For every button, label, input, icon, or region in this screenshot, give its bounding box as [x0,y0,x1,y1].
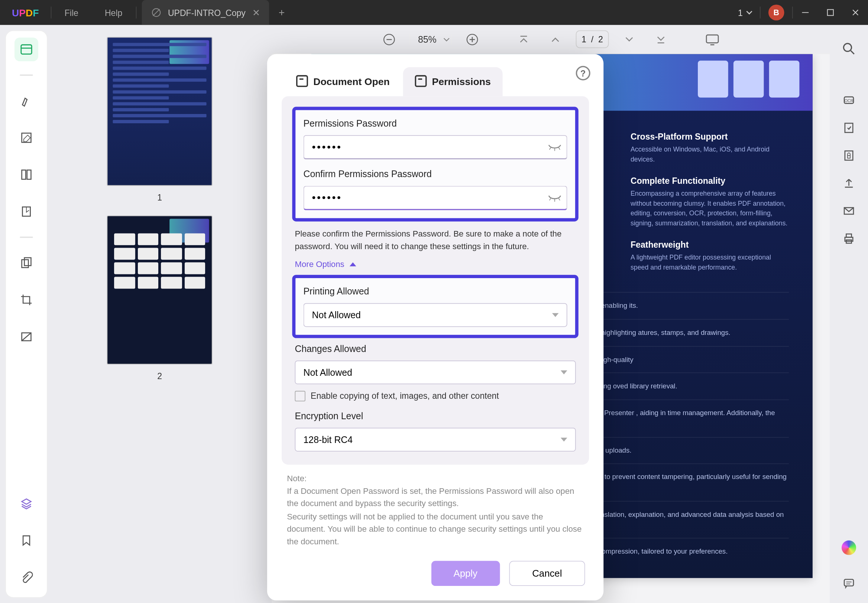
svg-rect-8 [27,170,31,179]
tab-label: Permissions [432,76,490,87]
feature-desc: Accessible on Windows, Mac, iOS, and And… [631,144,789,164]
svg-rect-3 [828,10,834,15]
document-icon [296,75,308,87]
printing-allowed-select[interactable]: Not Allowed [304,303,567,327]
svg-point-21 [843,43,851,51]
menu-help[interactable]: Help [91,8,135,17]
document-tab[interactable]: UPDF-INTRO_Copy ✕ [141,0,270,25]
convert-button[interactable] [837,116,861,140]
svg-text:OCR: OCR [845,98,854,103]
titlebar-separator [760,7,761,19]
field-label: Printing Allowed [304,286,567,296]
comment-tool-button[interactable] [14,89,38,113]
svg-line-38 [550,198,551,200]
thumbnails-panel: 1 2 [48,25,272,603]
tab-close-icon[interactable]: ✕ [252,8,260,18]
search-button[interactable] [837,37,861,60]
user-avatar[interactable]: B [769,5,784,20]
svg-rect-32 [844,579,854,586]
field-label: Confirm Permissions Password [304,169,567,179]
permissions-icon [415,75,426,87]
attachments-button[interactable] [14,566,38,589]
menu-file[interactable]: File [51,8,91,17]
zoom-input[interactable] [411,34,443,44]
tab-count-value: 1 [738,8,743,17]
thumbnail-2[interactable]: 2 [60,215,259,381]
share-button[interactable] [837,172,861,195]
ai-button[interactable] [837,536,861,560]
viewer-toolbar: 1 / 2 [271,25,830,54]
print-button[interactable] [837,227,861,250]
encryption-level-select[interactable]: 128-bit RC4 [294,427,575,451]
svg-rect-4 [21,45,32,54]
feature-title: Complete Functionality [631,176,789,186]
svg-line-1 [153,9,160,16]
close-button[interactable] [843,0,868,25]
changes-allowed-select[interactable]: Not Allowed [294,360,575,384]
caret-up-icon [350,262,356,266]
bookmarks-button[interactable] [14,529,38,552]
more-options-toggle[interactable]: More Options [294,259,356,269]
protect-button[interactable] [837,144,861,167]
right-rail: OCR [830,25,868,603]
fill-sign-button[interactable] [14,200,38,224]
svg-rect-10 [22,260,29,267]
tab-count[interactable]: 1 [731,8,760,17]
svg-rect-11 [25,258,31,266]
tab-document-open[interactable]: Document Open [284,67,401,96]
zoom-in-button[interactable] [461,28,483,50]
confirm-password-input[interactable] [304,186,567,210]
thumbnail-image [107,37,212,186]
svg-line-40 [558,198,560,200]
layers-button[interactable] [14,492,38,515]
present-button[interactable] [701,28,724,50]
chevron-down-icon[interactable] [443,36,450,43]
svg-line-22 [851,51,854,54]
svg-rect-30 [846,234,851,237]
note-body: If a Document Open Password is set, the … [287,485,584,549]
last-page-button[interactable] [650,28,672,50]
maximize-button[interactable] [818,0,843,25]
zoom-out-button[interactable] [378,28,400,50]
svg-rect-7 [22,170,26,179]
organize-pages-button[interactable] [14,251,38,275]
edit-tool-button[interactable] [14,126,38,150]
ocr-button[interactable]: OCR [837,88,861,112]
svg-rect-25 [845,123,853,133]
apply-button[interactable]: Apply [431,561,500,586]
dialog-help-button[interactable]: ? [576,66,591,80]
password-hint: Please confirm the Permissions Password.… [294,228,575,253]
feature-title: Featherweight [631,240,789,250]
next-page-button[interactable] [618,28,640,50]
chevron-down-icon [746,9,753,16]
prev-page-button[interactable] [544,28,566,50]
dialog-note: Note: If a Document Open Password is set… [267,464,603,549]
thumbnail-1[interactable]: 1 [60,37,259,203]
reveal-password-icon[interactable] [547,142,562,153]
page-indicator[interactable]: 1 / 2 [575,31,609,48]
titlebar: UPDF File Help UPDF-INTRO_Copy ✕ + 1 B [0,0,868,25]
rail-separator [20,237,33,238]
first-page-button[interactable] [512,28,535,50]
field-label: Encryption Level [294,410,575,421]
passwords-highlight: Permissions Password Confirm Permissions… [292,107,578,222]
enable-copy-checkbox[interactable] [294,391,305,401]
checkbox-label: Enable copying of text, images, and othe… [311,391,499,401]
titlebar-separator [136,7,136,19]
minimize-button[interactable] [793,0,818,25]
redact-tool-button[interactable] [14,325,38,349]
rail-separator [20,75,33,76]
help-chat-button[interactable] [837,571,861,595]
crop-tool-button[interactable] [14,288,38,312]
permissions-password-input[interactable] [304,135,567,160]
reveal-password-icon[interactable] [547,193,562,203]
page-tool-button[interactable] [14,162,38,186]
tab-permissions[interactable]: Permissions [403,67,502,96]
tab-label: Document Open [313,76,390,87]
cancel-button[interactable]: Cancel [509,561,585,586]
new-tab-button[interactable]: + [270,7,294,19]
reader-mode-button[interactable] [14,37,38,61]
tab-title: UPDF-INTRO_Copy [168,8,246,17]
email-button[interactable] [837,199,861,223]
printing-highlight: Printing Allowed Not Allowed [292,274,578,337]
